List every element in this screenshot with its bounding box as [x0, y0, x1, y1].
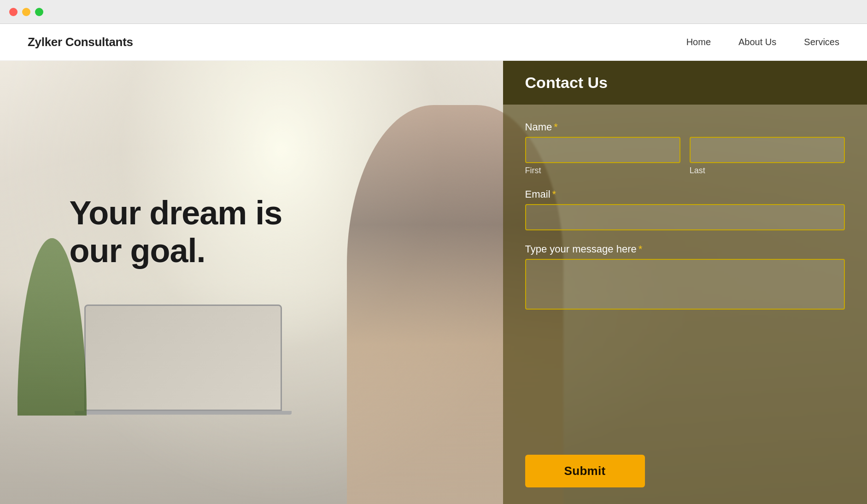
- hero-headline: Your dream is our goal.: [70, 194, 282, 270]
- name-label: Name*: [525, 121, 845, 133]
- contact-panel: Contact Us Name* First L: [503, 61, 867, 504]
- nav-link-about[interactable]: About Us: [738, 37, 776, 47]
- site: Zylker Consultants Home About Us Service…: [0, 24, 867, 504]
- message-label: Type your message here*: [525, 243, 845, 255]
- first-label: First: [525, 166, 680, 176]
- hero-section: Your dream is our goal. Contact Us Name*: [0, 61, 867, 504]
- hero-text: Your dream is our goal.: [70, 194, 282, 270]
- name-fields: First Last: [525, 137, 845, 176]
- message-textarea[interactable]: [525, 259, 845, 310]
- email-required: *: [552, 188, 557, 200]
- first-name-input[interactable]: [525, 137, 680, 163]
- nav-links: Home About Us Services: [686, 37, 839, 47]
- nav-link-services[interactable]: Services: [804, 37, 839, 47]
- email-group: Email*: [525, 188, 845, 230]
- close-button[interactable]: [9, 8, 18, 16]
- traffic-lights: [9, 8, 43, 16]
- maximize-button[interactable]: [35, 8, 43, 16]
- contact-header: Contact Us: [503, 61, 867, 105]
- laptop-screen: [84, 305, 281, 411]
- last-name-wrap: Last: [690, 137, 845, 176]
- contact-title: Contact Us: [525, 74, 845, 92]
- message-required: *: [639, 243, 643, 255]
- navbar: Zylker Consultants Home About Us Service…: [0, 24, 867, 61]
- contact-body: Name* First Last: [503, 105, 867, 444]
- brand-logo[interactable]: Zylker Consultants: [28, 35, 133, 49]
- nav-link-home[interactable]: Home: [686, 37, 711, 47]
- window-chrome: [0, 0, 867, 24]
- last-label: Last: [690, 166, 845, 176]
- message-group: Type your message here*: [525, 243, 845, 310]
- minimize-button[interactable]: [22, 8, 30, 16]
- laptop-image: [84, 305, 281, 438]
- name-group: Name* First Last: [525, 121, 845, 176]
- last-name-input[interactable]: [690, 137, 845, 163]
- email-label: Email*: [525, 188, 845, 200]
- name-required: *: [554, 121, 558, 133]
- submit-button[interactable]: Submit: [525, 455, 645, 487]
- hero-line2: our goal.: [70, 232, 205, 269]
- contact-footer: Submit: [503, 444, 867, 504]
- laptop-base: [75, 411, 292, 415]
- email-input[interactable]: [525, 204, 845, 230]
- first-name-wrap: First: [525, 137, 680, 176]
- hero-line1: Your dream is: [70, 194, 282, 231]
